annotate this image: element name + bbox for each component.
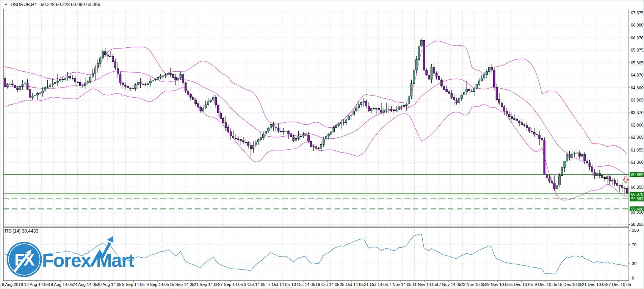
svg-text:15 Sep 14:05: 15 Sep 14:05 [169,282,194,287]
svg-text:5 Dec 10:05: 5 Dec 10:05 [510,282,533,287]
svg-text:18 Aug 14:05: 18 Aug 14:05 [49,282,73,287]
svg-text:100: 100 [632,228,639,233]
svg-text:62.365: 62.365 [631,135,644,139]
rsi-indicator-label: RSI(14) 30.4433 [5,228,38,234]
svg-text:9 Dec 10:05: 9 Dec 10:05 [534,282,557,287]
candles [4,38,628,194]
svg-text:60.862: 60.862 [631,172,643,177]
svg-text:19 Oct 14:05: 19 Oct 14:05 [316,282,340,287]
svg-text:25 Oct 14:05: 25 Oct 14:05 [340,282,364,287]
svg-text:59.480: 59.480 [631,207,643,211]
svg-text:60.070: 60.070 [631,192,643,197]
svg-text:13 Oct 14:05: 13 Oct 14:05 [291,282,315,287]
svg-text:21 Dec 10:05: 21 Dec 10:05 [582,282,606,287]
symbol-timeframe-label: USDRUB,H4 [11,2,37,7]
svg-text:12 Aug 14:05: 12 Aug 14:05 [24,282,49,287]
svg-text:60.355: 60.355 [631,185,644,189]
svg-text:7 Oct 14:05: 7 Oct 14:05 [268,282,290,287]
svg-text:66.880: 66.880 [631,23,644,27]
svg-text:66.370: 66.370 [631,36,644,40]
svg-text:15 Dec 10:05: 15 Dec 10:05 [558,282,582,287]
svg-text:58.855: 58.855 [631,222,644,227]
svg-text:63.370: 63.370 [631,110,644,115]
svg-text:67.375: 67.375 [631,11,644,15]
price-levels [3,175,629,209]
svg-text:61.360: 61.360 [631,160,644,164]
terminal-window: ▼ USDRUB,H4 60.228 60.228 60.090 60.096 … [0,0,644,289]
svg-text:24 Aug 14:05: 24 Aug 14:05 [73,282,97,287]
svg-text:7 Nov 14:05: 7 Nov 14:05 [389,282,411,287]
svg-text:17 Nov 14:05: 17 Nov 14:05 [436,282,461,287]
svg-text:9 Sep 14:05: 9 Sep 14:05 [146,282,169,287]
sell-arrow-icon [623,177,628,183]
svg-text:5 Sep 14:05: 5 Sep 14:05 [122,282,144,287]
svg-text:27 Sep 14:05: 27 Sep 14:05 [218,282,243,287]
svg-text:23 Nov 10:05: 23 Nov 10:05 [461,282,485,287]
price-axis: 67.37566.88066.37065.87565.36564.87064.3… [629,11,644,280]
svg-text:59.883: 59.883 [631,197,643,201]
svg-text:62.860: 62.860 [631,123,644,127]
svg-text:64.870: 64.870 [631,73,644,77]
svg-text:30 Aug 14:05: 30 Aug 14:05 [97,282,122,287]
svg-text:70: 70 [632,242,636,247]
svg-text:65.875: 65.875 [631,48,644,52]
svg-text:61.855: 61.855 [631,148,644,152]
chart-dropdown-icon[interactable]: ▼ [4,3,8,6]
svg-text:30: 30 [632,261,636,266]
svg-text:11 Nov 14:05: 11 Nov 14:05 [412,282,437,287]
svg-text:29 Nov 10:05: 29 Nov 10:05 [485,282,509,287]
svg-text:65.365: 65.365 [631,61,644,65]
main-chart[interactable]: 67.37566.88066.37065.87565.36564.87064.3… [0,0,644,289]
svg-text:63.865: 63.865 [631,98,644,102]
date-axis: 8 Aug 201612 Aug 14:0518 Aug 14:0524 Aug… [2,281,631,287]
svg-text:27 Dec 10:05: 27 Dec 10:05 [606,282,631,287]
rsi-line [5,234,627,274]
svg-text:0: 0 [632,276,634,280]
grid-lines [3,9,629,281]
svg-text:21 Sep 14:05: 21 Sep 14:05 [194,282,218,287]
svg-text:31 Oct 14:05: 31 Oct 14:05 [364,282,388,287]
svg-text:8 Aug 2016: 8 Aug 2016 [2,282,23,287]
chart-title-bar: ▼ USDRUB,H4 60.228 60.228 60.090 60.096 [0,0,644,9]
ohlc-quote-readout: 60.228 60.228 60.090 60.096 [41,2,100,7]
svg-text:3 Oct 14:05: 3 Oct 14:05 [244,282,266,287]
svg-text:64.360: 64.360 [631,86,644,90]
